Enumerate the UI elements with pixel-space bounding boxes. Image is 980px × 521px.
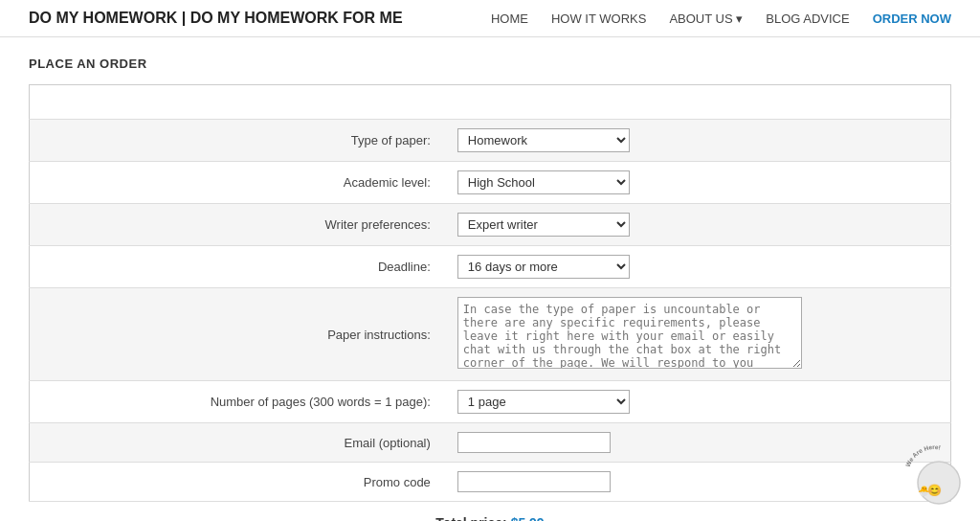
email-input[interactable] <box>457 432 611 453</box>
badge-bg-circle <box>918 462 960 504</box>
col1-header: Features <box>30 85 444 120</box>
table-row: Writer preferences: Expert writer Advanc… <box>30 204 951 246</box>
deadline-cell: 16 days or more 14 days 10 days 7 days 5… <box>444 246 951 288</box>
promo-code-input[interactable] <box>457 471 611 492</box>
academic-level-select[interactable]: High School College University Masters P… <box>457 170 630 194</box>
promo-code-cell <box>444 463 951 502</box>
nav-blog-advice[interactable]: BLOG ADVICE <box>766 11 849 26</box>
promo-code-label: Promo code <box>30 463 444 502</box>
order-form-table: Features My selections: Type of paper: H… <box>29 84 951 502</box>
nav-about-us[interactable]: ABOUT US ▾ <box>669 11 743 26</box>
paper-instructions-textarea[interactable] <box>457 297 802 369</box>
table-row: Number of pages (300 words = 1 page): 1 … <box>30 381 951 423</box>
total-price-label: Total price: <box>435 515 506 521</box>
chat-badge[interactable]: We Are Here! 😊 🐣 <box>899 440 970 511</box>
table-row: Academic level: High School College Univ… <box>30 162 951 204</box>
badge-arc-svg: We Are Here! 😊 🐣 <box>899 440 970 511</box>
main-nav: HOME HOW IT WORKS ABOUT US ▾ BLOG ADVICE… <box>491 11 951 26</box>
email-label: Email (optional) <box>30 423 444 463</box>
table-row: Type of paper: Homework Essay Research P… <box>30 120 951 162</box>
type-of-paper-label: Type of paper: <box>30 120 444 162</box>
col2-header: My selections: <box>444 85 951 120</box>
total-price-value: $5.99 <box>511 515 545 521</box>
table-row: Promo code <box>30 463 951 502</box>
nav-order-now[interactable]: ORDER NOW <box>873 11 951 26</box>
badge-chick-emoji: 🐣 <box>918 485 930 497</box>
nav-how-it-works[interactable]: HOW IT WORKS <box>551 11 646 26</box>
writer-preferences-select[interactable]: Expert writer Advanced writer Standard w… <box>457 213 630 237</box>
type-of-paper-select[interactable]: Homework Essay Research Paper Term Paper… <box>457 128 630 152</box>
paper-instructions-label: Paper instructions: <box>30 288 444 381</box>
academic-level-cell: High School College University Masters P… <box>444 162 951 204</box>
nav-home[interactable]: HOME <box>491 11 528 26</box>
table-row: Deadline: 16 days or more 14 days 10 day… <box>30 246 951 288</box>
writer-preferences-cell: Expert writer Advanced writer Standard w… <box>444 204 951 246</box>
table-row: Paper instructions: <box>30 288 951 381</box>
type-of-paper-cell: Homework Essay Research Paper Term Paper… <box>444 120 951 162</box>
table-header-row: Features My selections: <box>30 85 951 120</box>
academic-level-label: Academic level: <box>30 162 444 204</box>
paper-instructions-cell <box>444 288 951 381</box>
section-title: PLACE AN ORDER <box>29 57 951 71</box>
total-price-row: Total price: $5.99 <box>29 502 951 521</box>
site-logo: DO MY HOMEWORK | DO MY HOMEWORK FOR ME <box>29 10 403 27</box>
table-row: Email (optional) <box>30 423 951 463</box>
badge-emoji: 😊 <box>927 483 942 497</box>
deadline-select[interactable]: 16 days or more 14 days 10 days 7 days 5… <box>457 255 630 279</box>
num-pages-cell: 1 page 2 pages 3 pages 4 pages 5 pages <box>444 381 951 423</box>
header: DO MY HOMEWORK | DO MY HOMEWORK FOR ME H… <box>0 0 980 37</box>
writer-preferences-label: Writer preferences: <box>30 204 444 246</box>
deadline-label: Deadline: <box>30 246 444 288</box>
num-pages-select[interactable]: 1 page 2 pages 3 pages 4 pages 5 pages <box>457 390 630 414</box>
main-content: PLACE AN ORDER Features My selections: T… <box>0 37 980 521</box>
email-cell <box>444 423 951 463</box>
num-pages-label: Number of pages (300 words = 1 page): <box>30 381 444 423</box>
